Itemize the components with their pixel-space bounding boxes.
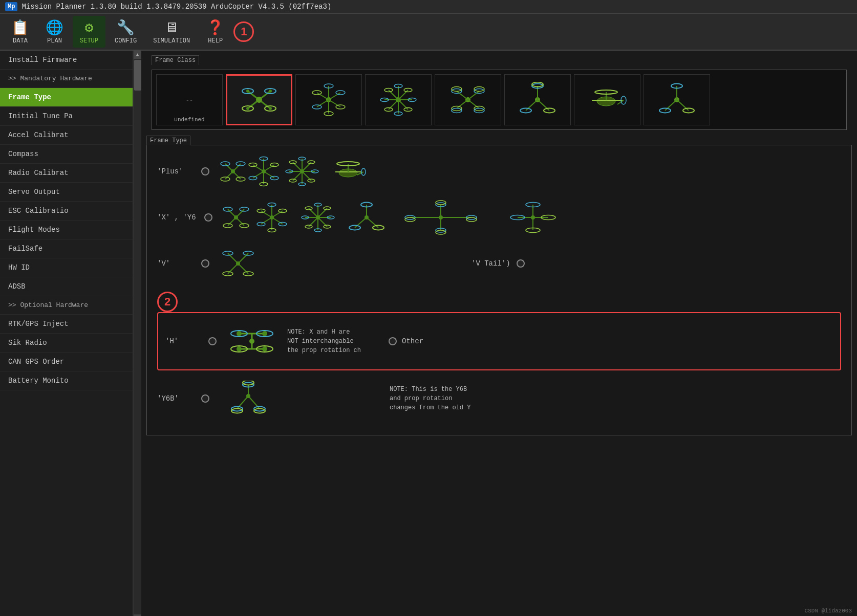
svg-line-74 bbox=[677, 100, 689, 111]
hexa-drone-icon bbox=[308, 82, 349, 118]
svg-line-59 bbox=[526, 100, 538, 111]
svg-line-60 bbox=[538, 100, 549, 111]
frame-class-octo[interactable] bbox=[365, 74, 432, 125]
frame-type-label: Frame Type bbox=[146, 136, 190, 145]
svg-line-16 bbox=[329, 93, 340, 100]
simulation-label: SIMULATION bbox=[153, 37, 190, 45]
scroll-thumb[interactable] bbox=[134, 60, 141, 91]
ft-plus-diagram bbox=[218, 153, 371, 189]
sidebar-item-servo-output[interactable]: Servo Output bbox=[0, 183, 133, 202]
sidebar-scrollbar[interactable]: ▲ ▼ bbox=[133, 51, 141, 616]
help-label: HELP bbox=[208, 37, 223, 45]
ft-y6b-note: NOTE: This is the Y6Band prop rotationch… bbox=[390, 385, 470, 412]
badge-2: 2 bbox=[157, 292, 178, 312]
sidebar-item-initial-tune[interactable]: Initial Tune Pa bbox=[0, 107, 133, 126]
frame-class-octo-quad[interactable] bbox=[435, 74, 501, 125]
ft-plus-label: 'Plus' bbox=[157, 167, 193, 175]
sidebar-item-install-firmware[interactable]: Install Firmware bbox=[0, 51, 133, 70]
sidebar-item-radio-cal[interactable]: Radio Calibrat bbox=[0, 164, 133, 183]
frame-class-heli[interactable] bbox=[574, 74, 640, 125]
ft-h-label: 'H' bbox=[165, 337, 201, 345]
frame-type-section: Frame Type 'Plus' bbox=[146, 135, 852, 435]
app-title: Mission Planner 1.3.80 build 1.3.8479.20… bbox=[22, 3, 331, 11]
svg-point-5 bbox=[256, 97, 262, 103]
ft-y6b-diagram bbox=[218, 381, 279, 416]
svg-line-137 bbox=[261, 217, 272, 224]
svg-line-46 bbox=[468, 91, 479, 100]
sidebar-item-hw-id[interactable]: HW ID bbox=[0, 258, 133, 277]
octo-drone-icon bbox=[378, 82, 419, 118]
toolbar-data[interactable]: 📋 DATA bbox=[4, 16, 36, 48]
data-icon: 📋 bbox=[11, 19, 29, 36]
svg-line-134 bbox=[272, 211, 283, 217]
badge-2-container: 2 bbox=[157, 292, 841, 312]
ft-other-radio[interactable] bbox=[389, 337, 397, 345]
sidebar-item-failsafe[interactable]: FailSafe bbox=[0, 239, 133, 258]
tri-drone-icon bbox=[656, 82, 697, 118]
ft-plus-radio[interactable] bbox=[201, 167, 209, 175]
toolbar-config[interactable]: 🔧 CONFIG bbox=[108, 16, 144, 48]
frame-class-y6[interactable] bbox=[504, 74, 571, 125]
svg-point-206 bbox=[237, 346, 242, 351]
quad-drone-icon bbox=[239, 82, 280, 118]
ft-v-radio[interactable] bbox=[201, 259, 209, 268]
svg-line-164 bbox=[355, 217, 367, 228]
frame-class-quad[interactable] bbox=[226, 74, 292, 125]
toolbar-setup[interactable]: ⚙ SETUP bbox=[73, 16, 105, 48]
setup-icon: ⚙ bbox=[85, 19, 94, 36]
ft-y6b-radio[interactable] bbox=[201, 394, 209, 403]
config-icon: 🔧 bbox=[117, 19, 135, 36]
sidebar-item-compass[interactable]: Compass bbox=[0, 145, 133, 164]
config-label: CONFIG bbox=[115, 37, 137, 45]
frame-class-section: Frame Class -- Undefined bbox=[146, 55, 852, 130]
ft-other-label: Other bbox=[402, 337, 438, 345]
svg-line-90 bbox=[264, 171, 274, 178]
frame-class-hexa[interactable] bbox=[295, 74, 362, 125]
sidebar-item-flight-modes[interactable]: Flight Modes bbox=[0, 221, 133, 239]
ft-v-diagram bbox=[218, 246, 320, 281]
ft-x-radio[interactable] bbox=[204, 213, 212, 222]
heli-drone-icon bbox=[587, 82, 628, 118]
plan-label: PLAN bbox=[47, 37, 62, 45]
sidebar-item-optional-hardware[interactable]: >> Optional Hardware bbox=[0, 296, 133, 315]
sidebar-item-sik-radio[interactable]: Sik Radio bbox=[0, 334, 133, 353]
ft-vtail-radio[interactable] bbox=[517, 259, 525, 268]
octo-quad-drone-icon bbox=[447, 82, 488, 118]
sidebar-item-battery-monitor[interactable]: Battery Monito bbox=[0, 371, 133, 390]
ft-x-diagram bbox=[221, 200, 579, 235]
svg-text:--: -- bbox=[186, 97, 193, 104]
frame-class-undefined[interactable]: -- Undefined bbox=[156, 74, 223, 125]
frame-class-label: Frame Class bbox=[152, 55, 199, 65]
svg-point-12 bbox=[246, 107, 249, 110]
sidebar: Install Firmware >> Mandatory Hardware F… bbox=[0, 51, 133, 616]
scroll-up-arrow[interactable]: ▲ bbox=[134, 51, 142, 59]
ft-row-v: 'V' 'V Tail') bbox=[157, 246, 841, 281]
svg-line-17 bbox=[329, 100, 340, 107]
sidebar-item-accel-cal[interactable]: Accel Calibrat bbox=[0, 126, 133, 145]
sidebar-item-frame-type[interactable]: Frame Type bbox=[0, 88, 133, 107]
svg-line-138 bbox=[261, 211, 272, 217]
content-area: Frame Class -- Undefined bbox=[141, 51, 857, 616]
svg-line-45 bbox=[457, 91, 468, 100]
help-icon: ❓ bbox=[206, 19, 224, 36]
toolbar-plan[interactable]: 🌐 PLAN bbox=[38, 16, 71, 48]
frame-class-tri[interactable] bbox=[644, 74, 710, 125]
sidebar-item-mandatory-hardware[interactable]: >> Mandatory Hardware bbox=[0, 70, 133, 88]
ft-x-label: 'X' , 'Y6 bbox=[157, 213, 196, 222]
sidebar-item-can-gps[interactable]: CAN GPS Order bbox=[0, 353, 133, 371]
frame-class-container: -- Undefined bbox=[152, 70, 847, 130]
toolbar-simulation[interactable]: 🖥 SIMULATION bbox=[146, 16, 197, 48]
sidebar-item-esc-cal[interactable]: ESC Calibratio bbox=[0, 202, 133, 221]
frame-type-container: 'Plus' bbox=[146, 145, 852, 435]
sidebar-item-adsb[interactable]: ADSB bbox=[0, 277, 133, 296]
toolbar-help[interactable]: ❓ HELP bbox=[199, 16, 231, 48]
svg-point-205 bbox=[262, 331, 267, 336]
svg-point-11 bbox=[269, 90, 272, 93]
ft-h-radio[interactable] bbox=[208, 337, 217, 345]
ft-y6b-label: 'Y6B' bbox=[157, 394, 193, 403]
svg-line-93 bbox=[253, 165, 264, 171]
setup-label: SETUP bbox=[80, 37, 98, 45]
app-logo: Mp bbox=[5, 2, 17, 11]
sidebar-item-rtk-gps[interactable]: RTK/GPS Inject bbox=[0, 315, 133, 334]
svg-point-204 bbox=[237, 331, 242, 336]
